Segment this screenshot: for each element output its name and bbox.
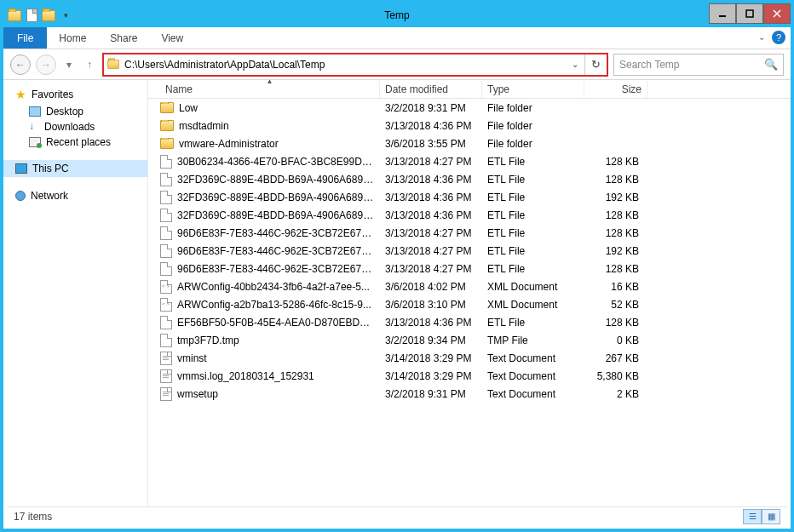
- file-row[interactable]: wmsetup3/2/2018 9:31 PMText Document2 KB: [148, 385, 791, 403]
- file-name: vminst: [177, 352, 207, 364]
- address-bar[interactable]: C:\Users\Administrator\AppData\Local\Tem…: [102, 53, 608, 77]
- sidebar-this-pc[interactable]: This PC: [3, 160, 147, 177]
- file-icon: [160, 209, 172, 222]
- file-icon: [160, 173, 172, 186]
- help-icon[interactable]: ?: [772, 31, 785, 44]
- file-type: ETL File: [482, 174, 584, 186]
- file-type: XML Document: [482, 281, 584, 293]
- file-icon: [160, 316, 172, 329]
- ribbon: File Home Share View ⌄ ?: [3, 27, 791, 49]
- address-path[interactable]: C:\Users\Administrator\AppData\Local\Tem…: [123, 59, 566, 71]
- network-icon: [15, 191, 26, 201]
- recent-locations-icon[interactable]: ▾: [61, 54, 77, 75]
- maximize-button[interactable]: [736, 3, 763, 24]
- file-name: vmware-Administrator: [179, 138, 279, 150]
- tab-home[interactable]: Home: [47, 27, 98, 49]
- sidebar-item-desktop[interactable]: Desktop: [3, 104, 147, 119]
- sidebar-item-downloads[interactable]: Downloads: [3, 119, 147, 134]
- sidebar-network[interactable]: Network: [3, 187, 147, 204]
- file-type: Text Document: [482, 352, 584, 364]
- file-row[interactable]: vmware-Administrator3/6/2018 3:55 PMFile…: [148, 134, 791, 152]
- star-icon: ★: [15, 88, 26, 101]
- xml-file-icon: [160, 298, 172, 312]
- icons-view-button[interactable]: ▦: [762, 509, 780, 524]
- file-date: 3/13/2018 4:27 PM: [380, 156, 482, 168]
- file-row[interactable]: tmp3F7D.tmp3/2/2018 9:34 PMTMP File0 KB: [148, 331, 791, 349]
- file-row[interactable]: 96D6E83F-7E83-446C-962E-3CB72E67CD0...3/…: [148, 242, 791, 260]
- text-file-icon: [160, 352, 172, 365]
- file-size: 128 KB: [584, 156, 647, 168]
- titlebar: ▾ Temp: [3, 3, 791, 27]
- column-headers: Name▲ Date modified Type Size: [148, 80, 791, 99]
- file-date: 3/13/2018 4:36 PM: [380, 209, 482, 221]
- sidebar-favorites[interactable]: ★ Favorites: [3, 85, 147, 104]
- file-type: ETL File: [482, 317, 584, 329]
- file-date: 3/2/2018 9:31 PM: [380, 102, 482, 114]
- file-row[interactable]: 32FD369C-889E-4BDD-B69A-4906A68913...3/1…: [148, 170, 791, 188]
- details-view-button[interactable]: ☰: [743, 509, 762, 524]
- close-button[interactable]: [763, 3, 791, 24]
- column-type[interactable]: Type: [482, 81, 584, 98]
- file-size: 128 KB: [584, 317, 647, 329]
- up-button[interactable]: ↑: [82, 54, 97, 75]
- properties-icon[interactable]: [24, 8, 39, 23]
- quick-access-toolbar: ▾: [7, 8, 73, 23]
- folder-icon: [160, 138, 174, 149]
- file-name: 96D6E83F-7E83-446C-962E-3CB72E67CD0...: [177, 245, 375, 257]
- file-menu[interactable]: File: [3, 27, 47, 49]
- column-name[interactable]: Name▲: [160, 81, 380, 98]
- file-type: File folder: [482, 138, 584, 150]
- file-row[interactable]: vmmsi.log_20180314_1529313/14/2018 3:29 …: [148, 367, 791, 385]
- file-name: tmp3F7D.tmp: [177, 335, 239, 346]
- file-date: 3/13/2018 4:36 PM: [380, 174, 482, 186]
- file-row[interactable]: ARWConfig-40bb2434-3fb6-4a2f-a7ee-5...3/…: [148, 277, 791, 295]
- file-row[interactable]: 32FD369C-889E-4BDD-B69A-4906A68913...3/1…: [148, 206, 791, 224]
- folder-icon: [7, 8, 22, 23]
- sidebar-item-recent-places[interactable]: Recent places: [3, 134, 147, 150]
- file-name: 96D6E83F-7E83-446C-962E-3CB72E67CD0...: [177, 227, 375, 239]
- search-input[interactable]: Search Temp 🔍: [613, 54, 784, 76]
- file-row[interactable]: ARWConfig-a2b7ba13-5286-46fc-8c15-9...3/…: [148, 295, 791, 313]
- address-dropdown-icon[interactable]: ⌄: [566, 60, 584, 69]
- folder-icon: [160, 120, 174, 131]
- file-icon: [160, 334, 172, 347]
- file-row[interactable]: 32FD369C-889E-4BDD-B69A-4906A68913...3/1…: [148, 188, 791, 206]
- file-row[interactable]: EF56BF50-5F0B-45E4-AEA0-D870EBD1224...3/…: [148, 313, 791, 331]
- search-icon: 🔍: [764, 58, 778, 71]
- file-type: File folder: [482, 102, 584, 114]
- window-title: Temp: [3, 9, 791, 21]
- file-size: 16 KB: [584, 281, 647, 293]
- file-row[interactable]: 96D6E83F-7E83-446C-962E-3CB72E67CD0...3/…: [148, 260, 791, 277]
- column-date[interactable]: Date modified: [380, 81, 482, 98]
- file-icon: [160, 191, 172, 204]
- file-row[interactable]: Low3/2/2018 9:31 PMFile folder: [148, 99, 791, 117]
- file-date: 3/6/2018 4:02 PM: [380, 281, 482, 293]
- file-date: 3/6/2018 3:10 PM: [380, 299, 482, 311]
- file-type: ETL File: [482, 227, 584, 239]
- column-size[interactable]: Size: [584, 81, 647, 98]
- file-date: 3/2/2018 9:31 PM: [380, 388, 482, 400]
- file-icon: [160, 155, 172, 169]
- file-name: 96D6E83F-7E83-446C-962E-3CB72E67CD0...: [177, 263, 375, 275]
- back-button[interactable]: ←: [10, 54, 31, 75]
- refresh-button[interactable]: ↻: [584, 54, 607, 75]
- ribbon-collapse-icon[interactable]: ⌄: [758, 32, 765, 42]
- file-row[interactable]: 30B06234-4366-4E70-BFAC-3BC8E99D97...3/1…: [148, 152, 791, 170]
- file-type: ETL File: [482, 156, 584, 168]
- file-row[interactable]: vminst3/14/2018 3:29 PMText Document267 …: [148, 349, 791, 367]
- file-size: 128 KB: [584, 227, 647, 239]
- minimize-button[interactable]: [709, 3, 736, 24]
- file-date: 3/14/2018 3:29 PM: [380, 352, 482, 364]
- file-date: 3/2/2018 9:34 PM: [380, 335, 482, 346]
- file-name: EF56BF50-5F0B-45E4-AEA0-D870EBD1224...: [177, 317, 375, 329]
- new-folder-icon[interactable]: [41, 8, 56, 23]
- tab-share[interactable]: Share: [98, 27, 149, 49]
- file-size: 0 KB: [584, 335, 647, 346]
- file-icon: [160, 244, 172, 258]
- tab-view[interactable]: View: [149, 27, 195, 49]
- file-row[interactable]: 96D6E83F-7E83-446C-962E-3CB72E67CD0...3/…: [148, 224, 791, 242]
- file-date: 3/6/2018 3:55 PM: [380, 138, 482, 150]
- file-row[interactable]: msdtadmin3/13/2018 4:36 PMFile folder: [148, 117, 791, 134]
- qat-dropdown-icon[interactable]: ▾: [58, 8, 73, 23]
- forward-button[interactable]: →: [36, 54, 56, 75]
